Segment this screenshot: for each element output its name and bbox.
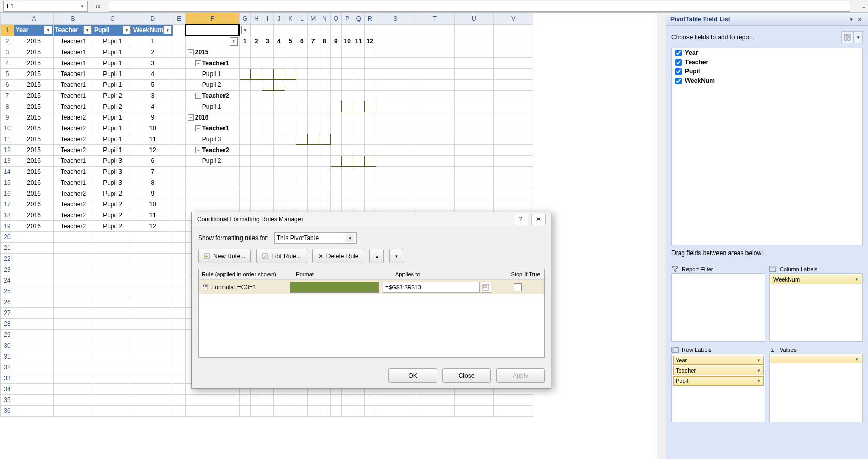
cell[interactable]	[330, 24, 341, 36]
spreadsheet-grid[interactable]: ABCDEFGHIJKLMNOPQRSTUV1Year▼Teacher▼Pupi…	[0, 13, 666, 459]
cell[interactable]: Pupil 1	[93, 80, 132, 91]
cell[interactable]	[132, 275, 173, 286]
cell[interactable]	[376, 58, 415, 69]
cell[interactable]	[173, 384, 185, 395]
cell[interactable]	[330, 134, 341, 145]
cell[interactable]	[341, 47, 353, 58]
cell[interactable]	[415, 91, 454, 101]
cell[interactable]: Pupil 2	[93, 101, 132, 112]
layout-dropdown[interactable]: ▼	[854, 31, 863, 43]
cell[interactable]	[364, 112, 376, 123]
cell[interactable]	[239, 156, 250, 167]
collapse-icon[interactable]: −	[195, 147, 201, 153]
cell[interactable]: 4	[132, 69, 173, 80]
cell[interactable]	[173, 275, 185, 286]
col-header-C[interactable]: C	[93, 13, 132, 25]
cell[interactable]	[330, 199, 341, 210]
cell[interactable]	[173, 221, 185, 232]
cell[interactable]: 2	[250, 36, 262, 47]
cell[interactable]	[454, 36, 493, 47]
cell[interactable]	[173, 330, 185, 340]
cell[interactable]	[341, 80, 353, 91]
cell[interactable]	[319, 167, 330, 177]
cell[interactable]	[330, 188, 341, 199]
cell[interactable]	[364, 395, 376, 406]
edit-rule-button[interactable]: Edit Rule...	[256, 249, 307, 263]
cell[interactable]: 2015	[14, 134, 54, 145]
cell[interactable]	[173, 340, 185, 351]
cell[interactable]	[250, 123, 262, 134]
cell[interactable]	[173, 319, 185, 330]
cell[interactable]	[454, 69, 493, 80]
cell[interactable]: 4	[132, 101, 173, 112]
cell[interactable]	[173, 145, 185, 156]
cell[interactable]	[132, 232, 173, 243]
cell[interactable]: Teacher1	[54, 36, 93, 47]
cell[interactable]: 8	[319, 36, 330, 47]
cell[interactable]	[341, 145, 353, 156]
row-header-27[interactable]: 27	[1, 308, 14, 319]
cell[interactable]	[493, 188, 533, 199]
cell[interactable]	[132, 308, 173, 319]
cell[interactable]	[93, 264, 132, 275]
cell[interactable]	[353, 101, 364, 112]
cell[interactable]: 7	[132, 167, 173, 177]
cell[interactable]: Teacher2	[54, 199, 93, 210]
cell[interactable]	[285, 24, 296, 36]
cell[interactable]: Pupil 2	[93, 199, 132, 210]
cell[interactable]: 5	[132, 80, 173, 91]
cell[interactable]	[415, 406, 454, 417]
cell[interactable]	[376, 145, 415, 156]
cell[interactable]	[307, 156, 319, 167]
values-area[interactable]: ▼	[769, 354, 863, 422]
cell[interactable]	[262, 134, 273, 145]
cell[interactable]	[296, 101, 307, 112]
cell[interactable]	[262, 123, 273, 134]
col-header-M[interactable]: M	[307, 13, 319, 25]
cell[interactable]	[54, 264, 93, 275]
cell[interactable]	[54, 275, 93, 286]
cell[interactable]	[173, 47, 185, 58]
empty-value-pill[interactable]: ▼	[771, 356, 861, 363]
cell[interactable]	[250, 156, 262, 167]
cell[interactable]	[14, 406, 54, 417]
cell[interactable]	[330, 91, 341, 101]
cell[interactable]	[307, 101, 319, 112]
field-checkbox[interactable]	[675, 50, 682, 56]
cell[interactable]	[376, 80, 415, 91]
cell[interactable]: Pupil 3	[93, 167, 132, 177]
cell[interactable]: WeekNum▼	[132, 24, 173, 36]
cell[interactable]	[285, 112, 296, 123]
cell[interactable]: Teacher2	[54, 134, 93, 145]
cell[interactable]	[285, 167, 296, 177]
cell[interactable]	[330, 177, 341, 188]
cell[interactable]	[132, 243, 173, 254]
cell[interactable]: 2016	[14, 221, 54, 232]
cell[interactable]	[173, 351, 185, 362]
field-list-box[interactable]: YearTeacherPupilWeekNum	[671, 48, 863, 245]
cell[interactable]	[273, 395, 285, 406]
cell[interactable]	[330, 406, 341, 417]
cell[interactable]	[341, 188, 353, 199]
cell[interactable]	[415, 167, 454, 177]
expand-formula-bar-icon[interactable]: ⌄	[860, 3, 868, 10]
col-header-L[interactable]: L	[296, 13, 307, 25]
cell[interactable]	[250, 91, 262, 101]
cell[interactable]	[285, 156, 296, 167]
cell[interactable]	[54, 373, 93, 384]
cell[interactable]	[364, 167, 376, 177]
cell[interactable]: 2015	[14, 47, 54, 58]
cell[interactable]	[296, 167, 307, 177]
collapse-icon[interactable]: −	[195, 125, 201, 131]
cell[interactable]: 2016	[14, 199, 54, 210]
cell[interactable]: 9	[132, 188, 173, 199]
cell[interactable]: −2016	[185, 112, 239, 123]
cell[interactable]: 3	[132, 91, 173, 101]
cell[interactable]	[285, 199, 296, 210]
cell[interactable]: 9	[132, 112, 173, 123]
row-header-16[interactable]: 16	[1, 188, 14, 199]
cell[interactable]	[239, 58, 250, 69]
cell[interactable]	[353, 24, 364, 36]
cell[interactable]	[54, 308, 93, 319]
cell[interactable]: Teacher1	[54, 177, 93, 188]
